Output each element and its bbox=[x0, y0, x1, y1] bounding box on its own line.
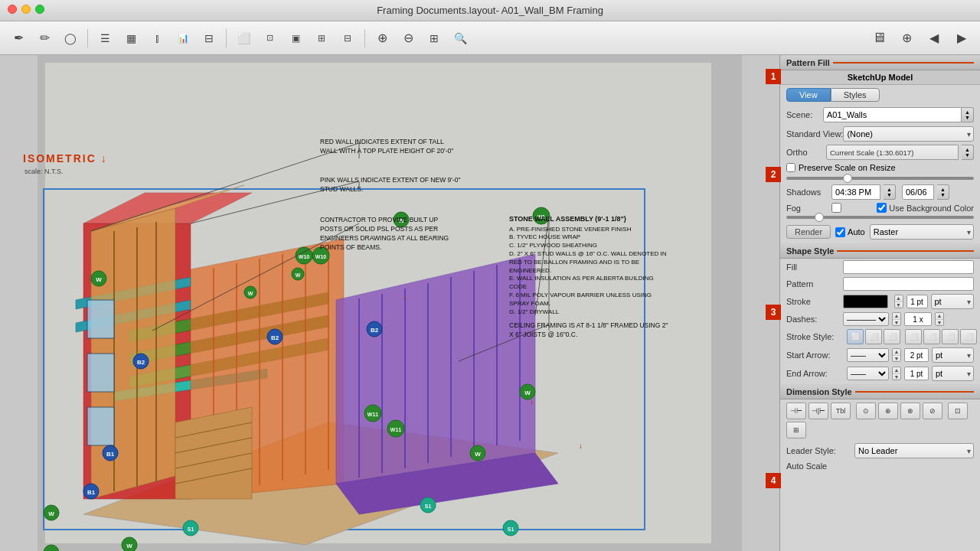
close-button[interactable] bbox=[8, 5, 17, 14]
scale-stepper[interactable]: ▲ ▼ bbox=[962, 145, 974, 160]
tool-pencil[interactable]: ✏ bbox=[32, 26, 57, 51]
dim-btn-9[interactable]: ⊞ bbox=[786, 422, 806, 439]
dashes-label: Dashes: bbox=[786, 315, 840, 324]
leader-style-row: Leader Style: No Leader Line Curved bbox=[780, 442, 980, 460]
preserve-scale-checkbox[interactable] bbox=[786, 163, 795, 172]
stroke-style-btn-6[interactable]: ⬜ bbox=[942, 329, 959, 344]
dim-btn-2[interactable]: ⊣|⊢ bbox=[808, 403, 828, 419]
svg-text:S1: S1 bbox=[188, 527, 194, 532]
stroke-style-btn-2[interactable]: ⬜ bbox=[865, 329, 882, 344]
scene-stepper[interactable]: ▲ ▼ bbox=[962, 107, 974, 122]
tool-split[interactable]: ⊟ bbox=[197, 26, 221, 51]
fog-slider[interactable] bbox=[786, 216, 974, 219]
fog-label: Fog bbox=[786, 204, 828, 213]
end-arrow-unit-select[interactable]: pt bbox=[932, 366, 974, 381]
ortho-row: Ortho Current Scale (1:30.6017) ▲ ▼ bbox=[780, 143, 980, 161]
shape-style-header[interactable]: Shape Style bbox=[780, 243, 980, 259]
dim-btn-8[interactable]: ⊡ bbox=[948, 403, 968, 419]
view-tab[interactable]: View bbox=[786, 88, 831, 102]
tool-prev-page[interactable]: ◀ bbox=[922, 26, 946, 51]
canvas-area[interactable]: W W W W W W W B1 B2 B1 B2 B2 bbox=[0, 55, 779, 551]
end-arrow-row: End Arrow: —— → ◀ ▲ ▼ pt bbox=[780, 364, 980, 383]
tool-columns[interactable]: ⫿ bbox=[145, 26, 169, 51]
auto-scale-label: Auto Scale bbox=[786, 461, 840, 471]
start-arrow-select[interactable]: —— → ◀ bbox=[847, 348, 889, 362]
fog-checkbox[interactable] bbox=[831, 203, 841, 213]
date-stepper[interactable]: ▲ ▼ bbox=[937, 184, 949, 200]
stroke-style-btn-5[interactable]: ⬜ bbox=[923, 329, 940, 344]
stroke-row: Stroke ▲ ▼ pt bbox=[780, 292, 980, 311]
tool-zoom-out[interactable]: ⊖ bbox=[396, 26, 420, 51]
raster-select[interactable]: Raster Vector Hybrid bbox=[870, 224, 974, 240]
standard-view-label: Standard View: bbox=[786, 129, 843, 139]
end-arrow-value-input[interactable] bbox=[904, 367, 929, 380]
dim-btn-4[interactable]: ⊙ bbox=[856, 403, 876, 419]
tool-zoom-in[interactable]: ⊕ bbox=[370, 26, 394, 51]
end-arrow-stepper[interactable]: ▲ ▼ bbox=[892, 367, 901, 380]
tool-next-page[interactable]: ▶ bbox=[949, 26, 974, 51]
dim-btn-1[interactable]: ⊣⊢ bbox=[786, 403, 806, 419]
time-stepper[interactable]: ▲ ▼ bbox=[884, 184, 896, 200]
svg-text:B1: B1 bbox=[106, 451, 115, 458]
tool-shape1[interactable]: ⊡ bbox=[257, 26, 282, 51]
fill-swatch[interactable] bbox=[843, 260, 974, 274]
toolbar: ✒ ✏ ◯ ☰ ▦ ⫿ 📊 ⊟ ⬜ ⊡ ▣ ⊞ ⊟ ⊕ ⊖ ⊞ 🔍 🖥 ⊕ ◀ … bbox=[0, 21, 980, 55]
tool-search[interactable]: 🔍 bbox=[448, 26, 472, 51]
tool-rect[interactable]: ⬜ bbox=[231, 26, 256, 51]
shadows-thumb[interactable] bbox=[843, 174, 852, 183]
stroke-style-btn-7[interactable]: ⬜ bbox=[960, 329, 977, 344]
start-arrow-stepper[interactable]: ▲ ▼ bbox=[892, 348, 901, 362]
tool-align-left[interactable]: ☰ bbox=[93, 26, 117, 51]
section-marker-3: 3 bbox=[766, 305, 781, 320]
styles-tab[interactable]: Styles bbox=[831, 88, 880, 102]
tool-arc[interactable]: ◯ bbox=[58, 26, 83, 51]
dim-btn-6[interactable]: ⊗ bbox=[900, 403, 920, 419]
shadows-date-input[interactable] bbox=[902, 184, 934, 200]
stroke-value-input[interactable] bbox=[906, 295, 928, 308]
tool-pen[interactable]: ✒ bbox=[6, 26, 31, 51]
shadows-time-input[interactable] bbox=[831, 184, 880, 200]
stroke-unit-select[interactable]: pt bbox=[931, 294, 975, 309]
dim-btn-3[interactable]: Tbl bbox=[831, 403, 851, 419]
minimize-button[interactable] bbox=[21, 5, 31, 14]
tool-add-page[interactable]: ⊕ bbox=[894, 26, 919, 51]
dim-btn-5[interactable]: ⊕ bbox=[878, 403, 898, 419]
shadows-label: Shadows bbox=[786, 187, 828, 197]
render-button[interactable]: Render bbox=[786, 225, 831, 239]
pattern-swatch[interactable] bbox=[843, 277, 974, 291]
dashes-multiplier-input[interactable] bbox=[904, 312, 932, 326]
tool-align-center[interactable]: ▦ bbox=[119, 26, 143, 51]
use-bg-color-checkbox[interactable] bbox=[877, 203, 887, 213]
standard-view-select[interactable]: (None) Top Front Right bbox=[843, 126, 974, 142]
dashes-select[interactable]: ————— - - - - · · · · bbox=[843, 312, 889, 326]
tool-monitor[interactable]: 🖥 bbox=[867, 26, 891, 51]
stroke-style-btn-3[interactable]: ⬜ bbox=[884, 329, 900, 344]
stroke-stepper[interactable]: ▲ ▼ bbox=[894, 295, 903, 308]
shadows-slider[interactable] bbox=[786, 177, 974, 180]
stroke-style-btn-1[interactable]: ⬜ bbox=[847, 329, 864, 344]
tool-chart[interactable]: 📊 bbox=[171, 26, 195, 51]
scene-input[interactable] bbox=[823, 107, 962, 122]
start-arrow-unit-select[interactable]: pt bbox=[932, 347, 974, 363]
stroke-swatch[interactable] bbox=[843, 295, 888, 308]
tool-shape2[interactable]: ▣ bbox=[283, 26, 308, 51]
stone-wall-items: A. PRE-FINISHED STONE VENEER FINISH B. T… bbox=[509, 226, 670, 317]
tool-fit[interactable]: ⊞ bbox=[422, 26, 446, 51]
start-arrow-value-input[interactable] bbox=[904, 348, 929, 362]
shadows-row: Shadows ▲ ▼ ▲ ▼ bbox=[780, 183, 980, 201]
dim-btn-7[interactable]: ⊘ bbox=[923, 403, 942, 419]
leader-style-select[interactable]: No Leader Line Curved bbox=[854, 443, 974, 458]
svg-text:B2: B2 bbox=[137, 359, 145, 366]
dashes-mult-stepper[interactable]: ▲ ▼ bbox=[935, 312, 944, 326]
auto-checkbox[interactable] bbox=[835, 227, 845, 237]
svg-rect-35 bbox=[87, 354, 114, 392]
stroke-style-btn-4[interactable]: ⬜ bbox=[905, 329, 922, 344]
tool-shape3[interactable]: ⊞ bbox=[309, 26, 334, 51]
dashes-stepper[interactable]: ▲ ▼ bbox=[892, 312, 901, 326]
maximize-button[interactable] bbox=[35, 5, 44, 14]
pattern-fill-header[interactable]: Pattern Fill bbox=[780, 55, 980, 70]
tool-shape4[interactable]: ⊟ bbox=[335, 26, 360, 51]
end-arrow-select[interactable]: —— → ◀ bbox=[847, 367, 889, 380]
dimension-style-header[interactable]: Dimension Style bbox=[780, 384, 980, 399]
fog-thumb[interactable] bbox=[815, 213, 824, 222]
